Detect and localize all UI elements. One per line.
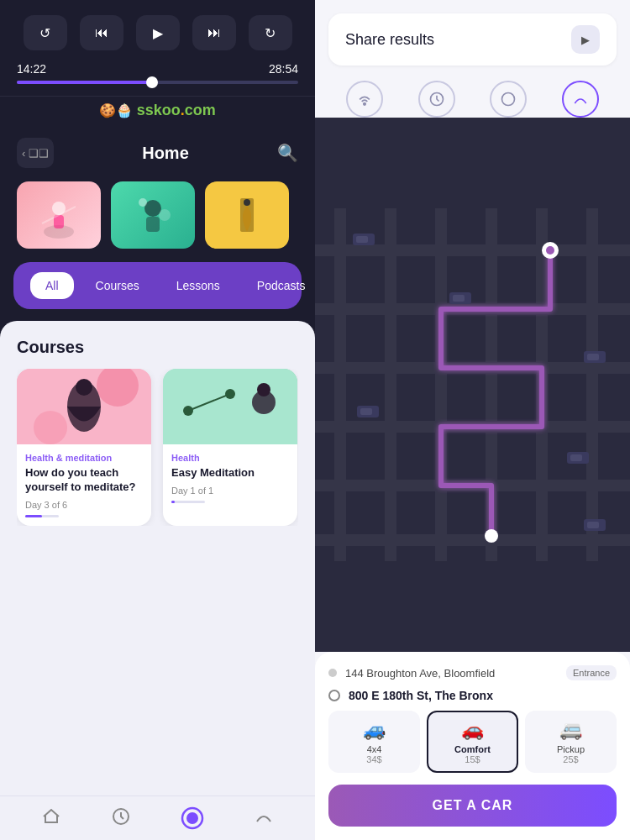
share-arc-button[interactable] [562,81,599,118]
car-pickup-price: 25$ [563,754,578,764]
tab-podcasts[interactable]: Podcasts [242,272,315,299]
course-category-1: Health & meditation [25,453,143,463]
car-comfort-price: 15$ [465,754,480,764]
rewind-button[interactable]: ↺ [24,15,67,50]
home-icon [41,806,61,827]
car-comfort-icon: 🚗 [461,719,484,741]
course-title-1: How do you teach yourself to meditate? [25,466,143,495]
time-current: 14:22 [17,62,46,76]
course-body-2: Health Easy Meditation Day 1 of 1 [163,444,297,512]
svg-point-43 [488,533,495,539]
car-4x4-icon: 🚙 [363,719,386,741]
tab-lessons[interactable]: Lessons [161,272,235,299]
svg-point-18 [225,389,235,399]
svg-rect-53 [570,454,582,461]
share-play-button[interactable]: ▶ [571,25,600,54]
nav-center-button[interactable] [181,806,204,830]
thumbnail-3[interactable] [205,181,289,249]
svg-point-6 [139,198,147,207]
svg-point-23 [186,812,198,824]
back-nav-button[interactable]: ‹ ❑❑ [17,138,54,168]
course-progress-2 [171,501,205,503]
back-button[interactable]: ⏮ [80,15,123,50]
course-card-2[interactable]: Health Easy Meditation Day 1 of 1 [163,369,297,526]
destination-dot [328,690,340,701]
get-car-button[interactable]: GET A CAR [328,785,617,827]
home-title: Home [142,144,189,163]
course-body-1: Health & meditation How do you teach you… [17,444,151,526]
back-icon: ⏮ [95,25,108,40]
booking-area: 144 Broughton Ave, Bloomfield Entrance 8… [315,652,630,840]
share-play-icon: ▶ [581,34,590,46]
nav-profile-button[interactable] [254,806,274,830]
thumbnail-1[interactable] [17,181,101,249]
arc-nav-icon [254,806,274,827]
tab-all[interactable]: All [30,272,74,299]
map-route [315,118,630,652]
course-card-1[interactable]: Health & meditation How do you teach you… [17,369,151,526]
svg-point-20 [257,383,270,396]
nav-history-button[interactable] [111,806,131,830]
car-option-comfort[interactable]: 🚗 Comfort 15$ [427,711,518,773]
clock-share-icon [428,91,445,108]
car-option-4x4[interactable]: 🚙 4x4 34$ [328,711,420,773]
svg-rect-51 [360,408,372,415]
share-wifi-button[interactable] [346,81,383,118]
share-clock-button[interactable] [418,81,455,118]
rewind-icon: ↺ [39,25,50,41]
car-pickup-icon: 🚐 [559,719,582,741]
thumb-figure-3 [205,181,289,249]
search-button[interactable]: 🔍 [277,143,298,163]
share-results-title: Share results [345,31,434,49]
progress-fill [17,81,152,84]
media-player: ↺ ⏮ ▶ ⏭ ↻ 14:22 28:54 [0,0,315,97]
section-title: Courses [17,338,298,357]
tab-courses[interactable]: Courses [81,272,155,299]
left-panel: ↺ ⏮ ▶ ⏭ ↻ 14:22 28:54 🍪🧁 [0,0,315,840]
courses-row: Health & meditation How do you teach you… [17,369,298,526]
course-image-2 [163,369,297,444]
forward-button[interactable]: ⏭ [192,15,236,50]
clock-icon [111,806,131,827]
course-progress-1 [25,515,59,517]
watermark: 🍪🧁 sskoo.com [0,97,315,124]
svg-rect-27 [315,208,630,561]
svg-point-14 [76,379,92,396]
refresh-button[interactable]: ↻ [249,15,292,50]
svg-point-9 [244,199,250,206]
share-results-bar: Share results ▶ [315,0,630,74]
svg-point-26 [502,93,515,106]
thumb-figure-2 [111,181,195,249]
forward-icon: ⏭ [207,25,221,40]
time-total: 28:54 [269,62,298,76]
thumbnail-2[interactable] [111,181,195,249]
svg-rect-55 [587,522,599,528]
wifi-share-icon [356,91,373,108]
play-button[interactable]: ▶ [136,15,180,50]
destination-address-text: 800 E 180th St, The Bronx [349,689,617,702]
bottom-nav-left [0,795,315,840]
search-icon: 🔍 [277,144,298,162]
svg-rect-49 [587,354,599,360]
circle-share-icon [500,91,517,108]
nav-home-button[interactable] [41,806,61,830]
svg-point-12 [34,411,67,444]
svg-rect-5 [146,217,160,232]
entrance-badge: Entrance [566,665,617,680]
course-category-2: Health [171,453,289,463]
origin-dot [328,669,337,677]
course-day-1: Day 3 of 6 [25,500,143,510]
thumbnails-row [0,181,315,262]
progress-thumb [146,76,158,88]
content-area: Courses Healt [0,321,315,795]
car-option-pickup[interactable]: 🚐 Pickup 25$ [525,711,617,773]
course-title-2: Easy Meditation [171,466,289,480]
share-circle-button[interactable] [490,81,527,118]
svg-rect-47 [453,295,465,302]
svg-rect-15 [163,369,297,444]
app-header: ‹ ❑❑ Home 🔍 [0,124,315,181]
origin-address-text: 144 Broughton Ave, Bloomfield [345,667,558,680]
course-image-1 [17,369,151,444]
progress-bar[interactable] [17,81,298,84]
player-time: 14:22 28:54 [17,62,298,76]
